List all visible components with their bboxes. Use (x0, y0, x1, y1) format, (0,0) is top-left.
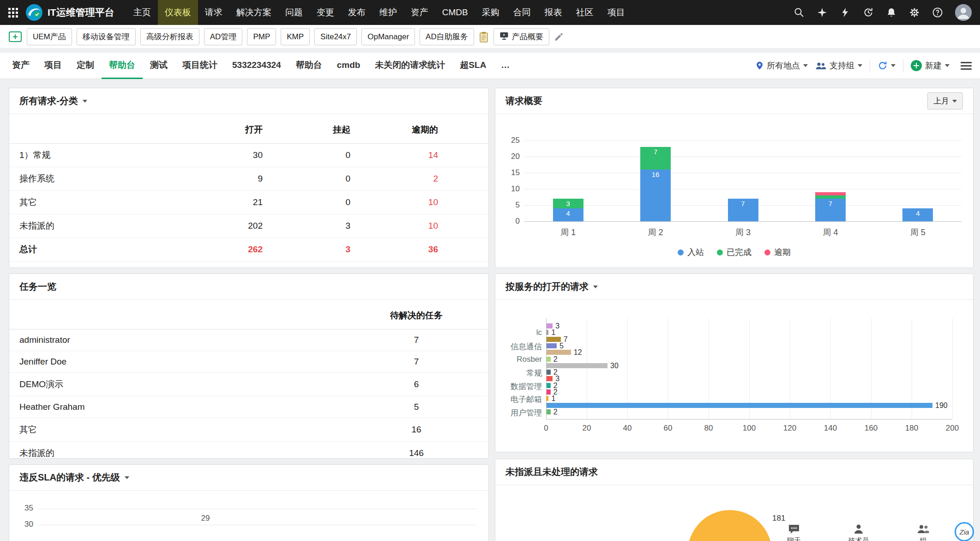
new-dashboard-button[interactable]: 新建 (911, 60, 950, 71)
tab-more[interactable]: … (493, 53, 517, 79)
toolbar-chip-KMP[interactable]: KMP (281, 28, 310, 45)
nav-item-CMDB[interactable]: CMDB (435, 0, 475, 25)
period-filter-dropdown[interactable]: 上月 (927, 92, 963, 109)
pie-slice[interactable] (688, 510, 772, 541)
pending-task-count[interactable]: 5 (361, 396, 472, 418)
nav-item-资产[interactable]: 资产 (404, 0, 435, 25)
brand-logo-icon[interactable] (25, 4, 43, 21)
user-avatar[interactable] (955, 4, 972, 21)
history-icon[interactable] (863, 7, 874, 18)
tab-未关闭的请求统计[interactable]: 未关闭的请求统计 (367, 53, 452, 79)
legend-item-入站[interactable]: 入站 (678, 247, 704, 258)
bar-segment-逾期[interactable] (815, 192, 846, 195)
legend-item-逾期[interactable]: 逾期 (764, 247, 791, 258)
support-group-dropdown[interactable]: 支持组 (815, 60, 862, 71)
search-icon[interactable] (794, 7, 805, 18)
dock-chat-button[interactable]: 聊天 (773, 523, 815, 541)
toolbar-chip-移动设备管理[interactable]: 移动设备管理 (77, 28, 136, 45)
tab-测试[interactable]: 测试 (143, 53, 175, 79)
nav-item-报表[interactable]: 报表 (538, 0, 569, 25)
open-count[interactable]: 30 (175, 144, 263, 167)
service-bar[interactable] (547, 396, 548, 401)
toolbar-chip-OpManager[interactable]: OpManager (361, 28, 415, 45)
service-bar[interactable] (547, 383, 551, 388)
service-bar[interactable] (547, 403, 932, 408)
pending-task-count[interactable]: 6 (361, 373, 472, 396)
service-bar[interactable] (547, 389, 551, 395)
tab-定制[interactable]: 定制 (69, 53, 102, 79)
app-launcher-icon[interactable] (8, 8, 18, 18)
service-bar[interactable] (547, 337, 561, 342)
overdue-count[interactable]: 36 (350, 238, 438, 261)
toolbar-chip-高级分析报表[interactable]: 高级分析报表 (140, 28, 199, 45)
overdue-count[interactable]: 10 (350, 214, 438, 238)
tab-资产[interactable]: 资产 (5, 53, 37, 79)
dock-technician-button[interactable]: 技术员 (838, 523, 879, 541)
tab-5332234324[interactable]: 5332234324 (225, 53, 289, 79)
refresh-dropdown[interactable] (878, 61, 896, 71)
nav-item-发布[interactable]: 发布 (341, 0, 373, 25)
overdue-count[interactable]: 10 (350, 191, 438, 214)
toolbar-chip-AD管理[interactable]: AD管理 (204, 28, 243, 45)
toolbar-chip-PMP[interactable]: PMP (247, 28, 276, 45)
bar-segment-已完成[interactable]: 7 (640, 147, 671, 170)
pending-task-count[interactable]: 7 (361, 329, 472, 351)
onhold-count[interactable]: 0 (263, 191, 350, 214)
edit-pencil-icon[interactable] (554, 32, 563, 42)
service-bar[interactable] (547, 409, 551, 414)
toolbar-chip-Site24x7[interactable]: Site24x7 (314, 28, 357, 45)
nav-item-解决方案[interactable]: 解决方案 (229, 0, 278, 25)
legend-item-已完成[interactable]: 已完成 (717, 247, 752, 258)
bar-segment-入站[interactable]: 4 (553, 208, 583, 221)
esm-directory-icon[interactable] (8, 30, 22, 43)
toolbar-chip-AD自助服务[interactable]: AD自助服务 (420, 28, 474, 45)
chevron-down-icon[interactable] (125, 476, 129, 479)
nav-item-合同[interactable]: 合同 (506, 0, 538, 25)
nav-item-仪表板[interactable]: 仪表板 (158, 0, 198, 25)
open-count[interactable]: 9 (175, 167, 263, 191)
bar-segment-入站[interactable]: 7 (728, 199, 758, 221)
service-bar[interactable] (547, 363, 607, 368)
column-header-open[interactable]: 打开 (175, 114, 263, 144)
zia-sparkle-icon[interactable] (817, 7, 828, 18)
open-count[interactable]: 21 (175, 191, 263, 214)
column-header-pending-tasks[interactable]: 待解决的任务 (361, 300, 472, 329)
bar-segment-已完成[interactable]: 3 (553, 199, 583, 208)
service-bar[interactable] (547, 376, 553, 381)
nav-item-项目[interactable]: 项目 (601, 0, 632, 25)
notifications-bell-icon[interactable] (886, 7, 897, 18)
service-bar[interactable] (547, 350, 571, 355)
pending-task-count[interactable]: 16 (361, 418, 472, 442)
bar-segment-已完成[interactable] (815, 195, 846, 199)
tab-帮助台[interactable]: 帮助台 (102, 53, 143, 79)
zia-assistant-button[interactable]: Zia (955, 522, 974, 541)
service-bar[interactable] (547, 357, 551, 362)
nav-item-主页[interactable]: 主页 (126, 0, 158, 25)
tab-cmdb[interactable]: cmdb (330, 53, 368, 79)
overdue-count[interactable]: 14 (350, 144, 438, 167)
nav-item-采购[interactable]: 采购 (475, 0, 506, 25)
tab-项目统计[interactable]: 项目统计 (175, 53, 225, 79)
nav-item-维护[interactable]: 维护 (373, 0, 404, 25)
open-count[interactable]: 202 (175, 214, 263, 238)
view-all-link[interactable]: 查看全部 (9, 261, 63, 268)
settings-gear-icon[interactable] (909, 7, 920, 18)
menu-hamburger-icon[interactable] (961, 62, 972, 70)
tab-帮助台[interactable]: 帮助台 (289, 53, 330, 79)
nav-item-问题[interactable]: 问题 (278, 0, 310, 25)
nav-item-变更[interactable]: 变更 (310, 0, 341, 25)
onhold-count[interactable]: 3 (263, 238, 350, 261)
service-bar[interactable] (547, 370, 551, 375)
service-bar[interactable] (547, 323, 553, 328)
release-notes-icon[interactable] (479, 31, 489, 43)
service-bar[interactable] (547, 343, 557, 348)
help-icon[interactable] (932, 7, 943, 18)
service-bar[interactable] (547, 330, 548, 335)
bar-segment-入站[interactable]: 7 (815, 199, 846, 221)
chevron-down-icon[interactable] (83, 100, 87, 103)
chevron-down-icon[interactable] (593, 286, 598, 288)
bar-segment-入站[interactable]: 4 (902, 208, 933, 221)
pending-task-count[interactable]: 146 (361, 442, 472, 459)
nav-item-社区[interactable]: 社区 (569, 0, 601, 25)
onhold-count[interactable]: 0 (263, 144, 350, 167)
